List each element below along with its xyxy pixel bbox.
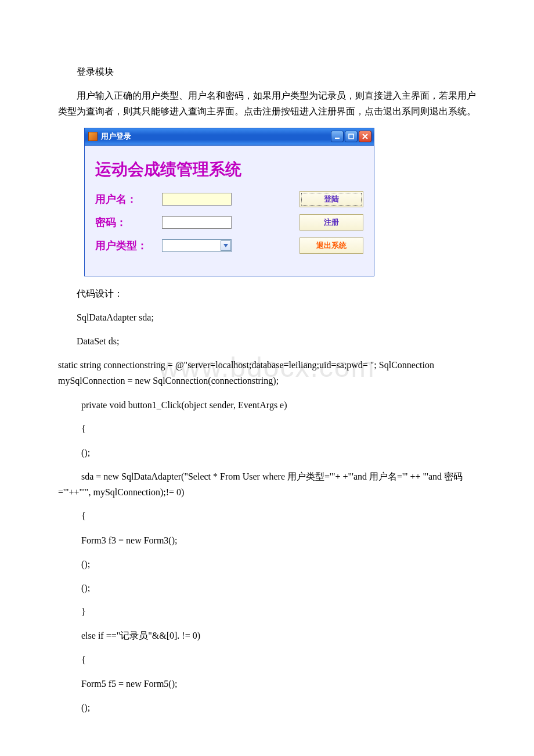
close-button[interactable] [359,131,371,142]
code-line: private void button1_Click(object sender… [58,397,476,413]
code-line: (); [58,556,476,572]
label-password: 密码： [95,215,162,229]
code-line: } [58,604,476,620]
chevron-down-icon [221,240,231,251]
section-heading: 登录模块 [58,64,476,80]
svg-rect-0 [335,138,340,139]
label-username: 用户名： [95,192,162,206]
register-button[interactable]: 注册 [300,214,363,231]
row-usertype: 用户类型： 退出系统 [95,237,363,254]
code-line: Form5 f5 = new Form5(); [58,676,476,692]
code-line: (); [58,580,476,596]
label-usertype: 用户类型： [95,239,162,253]
code-line: { [58,508,476,524]
password-input[interactable] [162,216,232,229]
login-window: 用户登录 运动会成绩管理系统 用户名： 登陆 [84,128,374,276]
intro-paragraph: 用户输入正确的用户类型、用户名和密码，如果用户类型为记录员，则直接进入主界面，若… [58,88,476,119]
window-client-area: 运动会成绩管理系统 用户名： 登陆 密码： 注册 用户类型： 退出系统 [85,145,374,276]
code-line: (); [58,445,476,460]
exit-button[interactable]: 退出系统 [300,237,363,254]
window-title: 用户登录 [101,131,131,142]
username-input[interactable] [162,193,232,206]
code-line: { [58,652,476,668]
code-design-label: 代码设计： [58,286,476,301]
maximize-button[interactable] [345,131,358,142]
code-line: DataSet ds; [58,333,476,349]
code-line: (); [58,700,476,715]
row-username: 用户名： 登陆 [95,191,363,207]
code-line: static string connectionstring = @"serve… [58,357,476,388]
code-line: sda = new SqlDataAdapter("Select * From … [58,469,476,500]
code-line: Form3 f3 = new Form3(); [58,532,476,548]
svg-rect-1 [349,134,353,139]
usertype-combobox[interactable] [162,239,232,252]
titlebar: 用户登录 [85,128,374,145]
code-line: SqlDataAdapter sda; [58,309,476,325]
row-password: 密码： 注册 [95,214,363,231]
login-button[interactable]: 登陆 [300,191,363,207]
app-title: 运动会成绩管理系统 [95,159,363,181]
app-icon [88,132,98,141]
minimize-button[interactable] [331,131,344,142]
code-line: else if =="记录员"&&[0]. != 0) [58,628,476,643]
code-line: { [58,421,476,437]
